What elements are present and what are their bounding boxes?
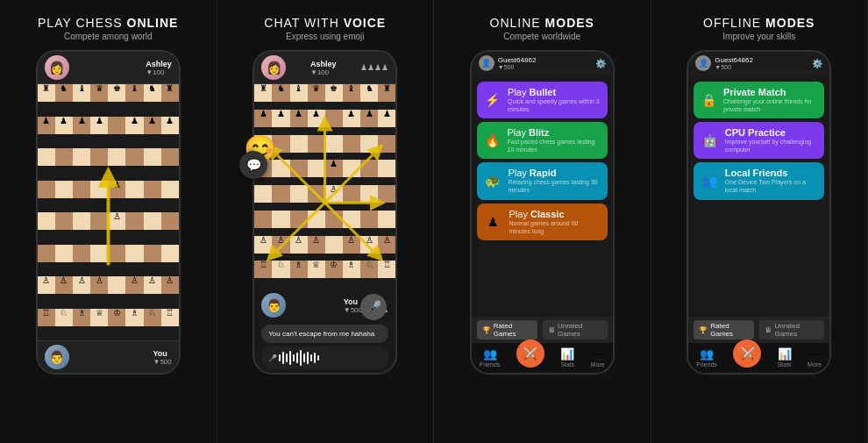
mode-private[interactable]: 🔒 Private Match Challenge your online fr… xyxy=(694,82,824,118)
cell-2-4 xyxy=(108,148,125,166)
cell-5-1 xyxy=(272,211,289,228)
cell-3-6 xyxy=(360,160,378,177)
mode-cpu[interactable]: 🤖 CPU Practice Improve yourself by chall… xyxy=(694,122,824,159)
more-label-3: More xyxy=(591,361,605,368)
mode-bullet[interactable]: ⚡ Play Bullet Quick and speedy games wit… xyxy=(477,82,608,118)
rapid-icon: 🐢 xyxy=(484,170,502,191)
cell-2-5 xyxy=(125,148,143,166)
panel-title-3: ONLINE MODES xyxy=(490,16,594,30)
cell-6-0: ♙ xyxy=(254,236,272,254)
cell-1-1: ♟ xyxy=(55,117,73,134)
cell-4-1 xyxy=(55,212,73,230)
panel-header-4: OFFLINE MODES Improve your skills xyxy=(703,16,815,41)
cell-0-1: ♞ xyxy=(272,84,289,102)
cell-6-1: ♙ xyxy=(55,276,73,294)
cell-1-3: ♟ xyxy=(90,117,108,134)
cell-5-2 xyxy=(290,211,308,228)
nav-friends-3[interactable]: 👥 Friends xyxy=(480,347,500,368)
avatar-ashley: 👩 xyxy=(45,55,69,80)
piece-0-2: ♝ xyxy=(290,84,308,93)
panel-header-1: PLAY CHESS ONLINE Compete among world xyxy=(38,16,178,41)
cell-7-4: ♔ xyxy=(108,309,125,326)
cell-0-4: ♚ xyxy=(108,84,125,102)
more-icon-3: ⋯ xyxy=(592,347,603,361)
piece-7-5: ♗ xyxy=(125,309,143,318)
cell-5-3 xyxy=(90,245,108,262)
piece-6-6: ♙ xyxy=(360,236,378,245)
settings-icon-4[interactable]: ⚙️ xyxy=(812,59,822,68)
piece-7-3: ♕ xyxy=(90,309,108,318)
nav-more-4[interactable]: ⋯ More xyxy=(808,347,822,368)
nav-stats-4[interactable]: 📊 Stats xyxy=(778,347,792,368)
cell-2-7 xyxy=(161,148,179,166)
phone-4: 👤 Guest64862 ▼500 ⚙️ 🔒 Private Match Cha… xyxy=(687,50,831,375)
panel-title-bold-3: MODES xyxy=(545,16,594,30)
cell-5-6 xyxy=(144,245,161,262)
cell-7-6: ♘ xyxy=(360,261,378,278)
cell-7-7: ♖ xyxy=(161,309,179,326)
piece-7-2: ♗ xyxy=(290,261,308,269)
avatar-guest-4: 👤 xyxy=(695,55,711,71)
nav-battle-btn-4[interactable]: ⚔️ xyxy=(733,339,761,368)
unrated-games-btn-3[interactable]: 🖥 Unrated Games xyxy=(543,320,608,339)
piece-1-3: ♟ xyxy=(308,110,325,118)
cell-1-6: ♟ xyxy=(144,117,161,134)
cell-5-6 xyxy=(360,211,378,228)
cell-1-4 xyxy=(108,117,125,134)
piece-0-7: ♜ xyxy=(378,84,395,93)
cell-1-2: ♟ xyxy=(290,110,308,127)
cell-7-2: ♗ xyxy=(290,261,308,278)
panel-title-4: OFFLINE MODES xyxy=(703,16,815,30)
piece-3-4: ♟ xyxy=(325,160,343,168)
cell-0-1: ♞ xyxy=(55,84,73,102)
cell-5-0 xyxy=(254,211,272,228)
player-score-top: ▼100 xyxy=(146,68,172,76)
piece-0-3: ♛ xyxy=(308,84,325,93)
cell-0-5: ♝ xyxy=(125,84,143,102)
cell-3-5 xyxy=(343,160,360,177)
panel-offline-modes: OFFLINE MODES Improve your skills 👤 Gues… xyxy=(651,0,869,443)
cell-1-5: ♟ xyxy=(343,110,360,127)
cell-6-2: ♙ xyxy=(290,236,308,254)
cell-3-3 xyxy=(308,160,325,177)
stats-label-3: Stats xyxy=(560,361,574,368)
panel-online-modes: ONLINE MODES Compete worldwide 👤 Guest64… xyxy=(434,0,651,443)
piece-1-3: ♟ xyxy=(90,117,108,125)
voice-wave: 🎤 xyxy=(261,347,388,369)
mode-blitz[interactable]: 🔥 Play Blitz Fast paced chess games last… xyxy=(477,122,608,159)
nav-friends-4[interactable]: 👥 Friends xyxy=(696,347,716,368)
mode-classic[interactable]: ♟ Play Classic Normal games around 60 mi… xyxy=(477,204,608,240)
user-info-4: 👤 Guest64862 ▼500 xyxy=(695,55,753,71)
cell-5-3 xyxy=(308,211,325,228)
stats-label-4: Stats xyxy=(778,361,792,368)
cell-4-7 xyxy=(378,185,395,203)
rated-games-btn-3[interactable]: 🏆 Rated Games xyxy=(477,320,537,339)
cell-0-2: ♝ xyxy=(73,84,90,102)
chat-icon-popup[interactable]: 💬 xyxy=(239,151,267,179)
private-icon: 🔒 xyxy=(701,89,716,111)
cell-4-3 xyxy=(90,212,108,230)
cell-6-3: ♙ xyxy=(90,276,108,294)
mode-rapid[interactable]: 🐢 Play Rapid Relaxing chess games lastin… xyxy=(477,162,608,199)
piece-1-5: ♟ xyxy=(125,117,143,125)
cell-2-1 xyxy=(55,148,73,166)
piece-0-1: ♞ xyxy=(55,84,73,93)
piece-6-2: ♙ xyxy=(290,236,308,245)
cell-2-3 xyxy=(308,135,325,153)
piece-4-4: ♙ xyxy=(108,212,125,221)
guest-name-4: Guest64862 xyxy=(715,56,753,64)
rated-games-btn-4[interactable]: 🏆 Rated Games xyxy=(694,320,754,339)
nav-more-3[interactable]: ⋯ More xyxy=(591,347,605,368)
piece-7-0: ♖ xyxy=(38,309,55,318)
cell-4-4: ♙ xyxy=(325,185,343,203)
mode-local[interactable]: 👥 Local Friends One Device Two Players o… xyxy=(694,162,824,199)
nav-stats-3[interactable]: 📊 Stats xyxy=(560,347,574,368)
player-score-bottom: ▼500 xyxy=(153,358,171,366)
board-grid-2: ♜♞♝♛♚♝♞♜♟♟♟♟♟♟♟♟♙♙♙♙♙♙♙♙♖♘♗♕♔♗♘♖ xyxy=(254,84,395,286)
cell-3-2 xyxy=(73,181,90,198)
unrated-games-btn-4[interactable]: 🖥 Unrated Games xyxy=(759,320,824,339)
nav-battle-btn-3[interactable]: ⚔️ xyxy=(516,339,544,368)
cell-0-3: ♛ xyxy=(90,84,108,102)
settings-icon-3[interactable]: ⚙️ xyxy=(595,59,606,68)
board-grid-1: ♜♞♝♛♚♝♞♜♟♟♟♟♟♟♟♟♙♙♙♙♙♙♙♙♖♘♗♕♔♗♘♖ xyxy=(38,84,179,340)
